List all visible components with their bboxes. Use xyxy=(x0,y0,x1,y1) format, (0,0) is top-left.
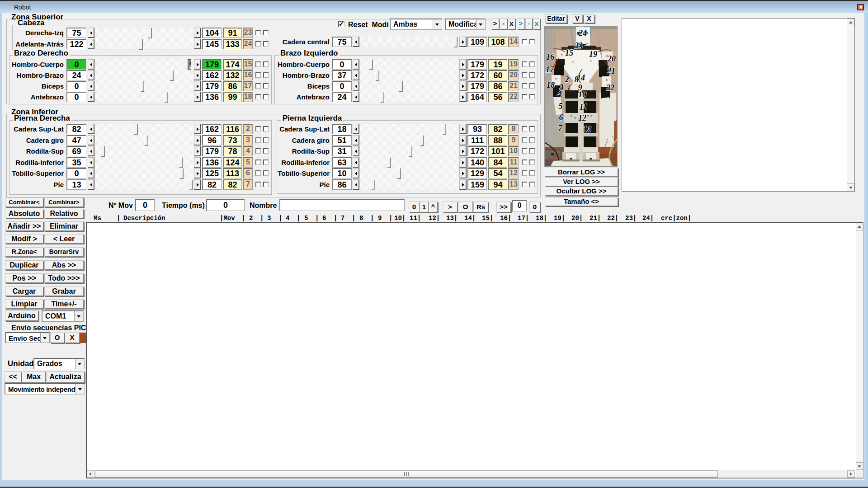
svg-text:10: 10 xyxy=(578,90,586,99)
svg-text:16: 16 xyxy=(546,52,554,61)
svg-text:20: 20 xyxy=(607,54,616,63)
svg-text:19: 19 xyxy=(589,50,597,59)
svg-text:22: 22 xyxy=(606,83,614,92)
svg-text:7: 7 xyxy=(558,124,563,133)
svg-text:11: 11 xyxy=(579,103,587,112)
svg-text:15: 15 xyxy=(565,48,573,57)
svg-text:21: 21 xyxy=(607,66,615,75)
svg-text:23: 23 xyxy=(574,41,583,50)
svg-text:17: 17 xyxy=(546,65,554,74)
svg-text:24: 24 xyxy=(578,28,587,38)
svg-text:4: 4 xyxy=(557,89,561,99)
svg-text:13: 13 xyxy=(583,125,591,134)
svg-text:5: 5 xyxy=(559,102,563,111)
svg-text:18: 18 xyxy=(547,80,555,89)
svg-text:6: 6 xyxy=(559,113,563,122)
svg-text:12: 12 xyxy=(578,113,586,122)
svg-text:2: 2 xyxy=(565,75,569,84)
svg-text:8: 8 xyxy=(575,75,579,84)
